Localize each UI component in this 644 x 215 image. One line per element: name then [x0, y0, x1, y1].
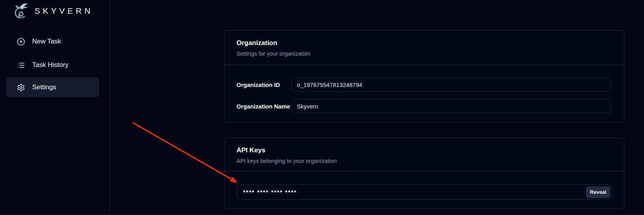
gear-icon [17, 83, 25, 92]
sidebar-bottom-divider [0, 214, 109, 215]
skyvern-settings-page: SKYVERN New Task Task History [0, 0, 644, 215]
organization-card: Organization Settings for your organizat… [224, 30, 624, 123]
card-subtitle: Settings for your organization [236, 51, 612, 57]
organization-id-label: Organization ID [236, 81, 291, 88]
card-header-divider [224, 171, 624, 171]
list-icon [17, 61, 25, 69]
card-header-divider [224, 65, 624, 65]
brand-name: SKYVERN [35, 6, 93, 16]
organization-name-label: Organization Name [236, 103, 291, 110]
sidebar-item-label: Task History [32, 61, 69, 69]
sidebar-item-label: Settings [32, 83, 56, 91]
skyvern-dragon-logo-icon [10, 2, 31, 20]
sidebar: SKYVERN New Task Task History [0, 0, 110, 215]
sidebar-item-settings[interactable]: Settings [6, 78, 99, 97]
card-title: API Keys [236, 146, 612, 154]
api-key-masked-value: **** **** **** **** [243, 189, 297, 195]
card-subtitle: API keys belonging to your organization [236, 158, 612, 164]
organization-card-header: Organization Settings for your organizat… [224, 31, 624, 57]
sidebar-item-label: New Task [32, 38, 61, 45]
organization-id-input[interactable] [291, 78, 611, 92]
sidebar-item-new-task[interactable]: New Task [6, 32, 99, 51]
organization-name-row: Organization Name [236, 99, 611, 113]
card-title: Organization [236, 39, 612, 47]
page-bottom-divider [110, 214, 644, 215]
organization-id-row: Organization ID [236, 78, 611, 92]
reveal-button[interactable]: Reveal [586, 186, 610, 198]
sidebar-item-task-history[interactable]: Task History [6, 55, 99, 75]
brand[interactable]: SKYVERN [10, 2, 93, 20]
api-key-field[interactable]: **** **** **** **** Reveal [236, 184, 613, 200]
api-keys-card-header: API Keys API keys belonging to your orga… [224, 138, 624, 164]
plus-circle-icon [17, 38, 25, 46]
organization-name-input[interactable] [291, 99, 611, 113]
api-keys-card: API Keys API keys belonging to your orga… [224, 137, 624, 209]
